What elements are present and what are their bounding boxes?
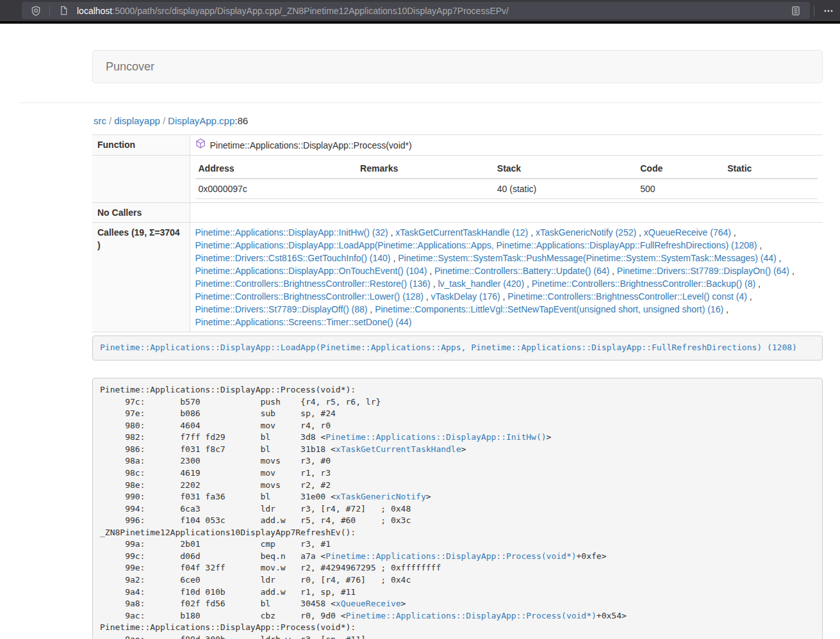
- column-header: Code: [637, 159, 724, 179]
- column-header: Static: [724, 159, 818, 179]
- metrics-header-row: AddressRemarksStackCodeStatic: [195, 159, 818, 179]
- shield-icon[interactable]: [28, 3, 44, 19]
- callee-separator: ,: [757, 240, 762, 250]
- callee-link[interactable]: xTaskGetCurrentTaskHandle (12): [395, 227, 528, 238]
- address-value: 0x0000097c: [195, 179, 358, 199]
- breadcrumb-link[interactable]: DisplayApp.cpp: [168, 115, 235, 126]
- browser-toolbar: localhost:5000/path/src/displayapp/Displ…: [0, 0, 840, 24]
- page-icon: [56, 3, 71, 19]
- callee-separator: ,: [367, 304, 375, 314]
- breadcrumb: src/displayapp/DisplayApp.cpp:86: [94, 115, 248, 126]
- callee-link[interactable]: Pinetime::Components::LittleVgl::SetNewT…: [375, 304, 723, 314]
- callee-link[interactable]: Pinetime::Drivers::Cst816S::GetTouchInfo…: [195, 253, 391, 263]
- url-bar[interactable]: localhost:5000/path/src/displayapp/Displ…: [22, 2, 810, 19]
- url-host: localhost: [77, 6, 112, 16]
- breadcrumb-separator: /: [106, 115, 114, 126]
- callee-link[interactable]: lv_task_handler (420): [438, 279, 524, 289]
- no-callers-label: No Callers: [92, 203, 190, 223]
- callee-link[interactable]: xQueueReceive (764): [644, 227, 731, 238]
- stack-value: 40 (static): [494, 179, 637, 199]
- callee-separator: ,: [731, 227, 736, 238]
- callee-link[interactable]: Pinetime::Controllers::Battery::Update()…: [434, 266, 609, 276]
- callee-link[interactable]: Pinetime::Controllers::BrightnessControl…: [507, 291, 746, 302]
- function-info-table: Function Pinetime::Applications::Display…: [92, 134, 823, 332]
- callee-link[interactable]: Pinetime::Controllers::BrightnessControl…: [532, 279, 755, 289]
- breadcrumb-separator: /: [160, 115, 168, 126]
- table-row: Callees (19, Σ=3704 ) Pinetime::Applicat…: [92, 223, 823, 332]
- callee-separator: ,: [388, 227, 396, 238]
- code-symbol-link[interactable]: xQueueReceive: [336, 599, 401, 608]
- callee-link[interactable]: Pinetime::Applications::DisplayApp::Load…: [195, 240, 757, 250]
- remarks-value: [357, 179, 494, 199]
- function-name: Pinetime::Applications::DisplayApp::Proc…: [210, 139, 412, 152]
- function-row-label: Function: [92, 135, 190, 156]
- divider: [814, 5, 814, 17]
- callee-link[interactable]: Pinetime::Drivers::St7789::DisplayOn() (…: [617, 266, 789, 276]
- menu-ellipsis-icon[interactable]: [821, 3, 836, 19]
- divider: [49, 5, 50, 16]
- callee-link[interactable]: xTaskGenericNotify (252): [536, 227, 636, 238]
- table-row: Function Pinetime::Applications::Display…: [92, 135, 823, 156]
- url-path: :5000/path/src/displayapp/DisplayApp.cpp…: [112, 6, 509, 16]
- callee-separator: ,: [723, 304, 729, 314]
- breadcrumb-line-number: :86: [235, 115, 248, 126]
- callee-link[interactable]: Pinetime::Applications::DisplayApp::OnTo…: [195, 266, 427, 276]
- callee-separator: ,: [391, 253, 399, 263]
- callee-separator: ,: [427, 266, 434, 276]
- table-row: No Callers: [92, 203, 823, 223]
- callee-link[interactable]: Pinetime::System::SystemTask::PushMessag…: [398, 253, 777, 263]
- callee-separator: ,: [524, 279, 532, 289]
- callee-link[interactable]: Pinetime::Controllers::BrightnessControl…: [195, 291, 424, 302]
- code-symbol-link[interactable]: Pinetime::Applications::DisplayApp::Proc…: [346, 611, 597, 620]
- callee-separator: ,: [636, 227, 644, 238]
- breadcrumb-link[interactable]: displayapp: [114, 115, 160, 126]
- callee-link[interactable]: Pinetime::Applications::DisplayApp::Init…: [195, 227, 388, 238]
- callee-separator: ,: [747, 291, 752, 302]
- callee-link[interactable]: vTaskDelay (176): [431, 291, 500, 302]
- static-value: [724, 179, 818, 199]
- code-symbol-link[interactable]: xTaskGetCurrentTaskHandle: [336, 444, 461, 454]
- callee-separator: ,: [609, 266, 617, 276]
- callee-separator: ,: [424, 291, 431, 302]
- callee-separator: ,: [755, 279, 761, 289]
- callees-label: Callees (19, Σ=3704 ): [92, 223, 190, 332]
- cube-symbol-icon: [195, 138, 206, 152]
- column-header: Stack: [494, 159, 637, 179]
- highlighted-callee-box: Pinetime::Applications::DisplayApp::Load…: [92, 336, 823, 360]
- reader-mode-icon[interactable]: [788, 3, 803, 19]
- code-size-value: 500: [637, 179, 724, 199]
- code-symbol-link[interactable]: Pinetime::Applications::DisplayApp::Init…: [325, 432, 546, 442]
- callee-link[interactable]: Pinetime::Drivers::St7789::DisplayOff() …: [195, 304, 368, 314]
- app-navbar: Puncover: [92, 50, 823, 83]
- table-row: AddressRemarksStackCodeStatic 0x0000097c…: [92, 156, 823, 203]
- code-symbol-link[interactable]: Pinetime::Applications::DisplayApp::Proc…: [325, 551, 576, 561]
- column-header: Address: [195, 159, 358, 179]
- breadcrumb-link[interactable]: src: [94, 115, 106, 126]
- app-title: Puncover: [106, 60, 154, 74]
- callee-separator: ,: [528, 227, 536, 238]
- callees-list: Pinetime::Applications::DisplayApp::Init…: [195, 226, 818, 328]
- callee-link[interactable]: Pinetime::Applications::Screens::Timer::…: [195, 317, 412, 327]
- callee-separator: ,: [431, 279, 438, 289]
- divider: [19, 102, 822, 103]
- page: localhost:5000/path/src/displayapp/Displ…: [0, 0, 840, 639]
- highlighted-callee-link[interactable]: Pinetime::Applications::DisplayApp::Load…: [100, 343, 797, 352]
- url-text: localhost:5000/path/src/displayapp/Displ…: [77, 6, 788, 16]
- metrics-value-row: 0x0000097c 40 (static) 500: [195, 179, 818, 199]
- column-header: Remarks: [357, 159, 494, 179]
- disassembly-block: Pinetime::Applications::DisplayApp::Proc…: [92, 378, 823, 639]
- callee-link[interactable]: Pinetime::Controllers::BrightnessControl…: [195, 279, 431, 289]
- code-symbol-link[interactable]: xTaskGenericNotify: [336, 492, 426, 501]
- breadcrumb-links: src/displayapp/DisplayApp.cpp: [94, 115, 235, 126]
- metrics-table: AddressRemarksStackCodeStatic 0x0000097c…: [195, 159, 818, 199]
- callee-separator: ,: [777, 253, 782, 263]
- callee-separator: ,: [789, 266, 795, 276]
- callee-separator: ,: [500, 291, 508, 302]
